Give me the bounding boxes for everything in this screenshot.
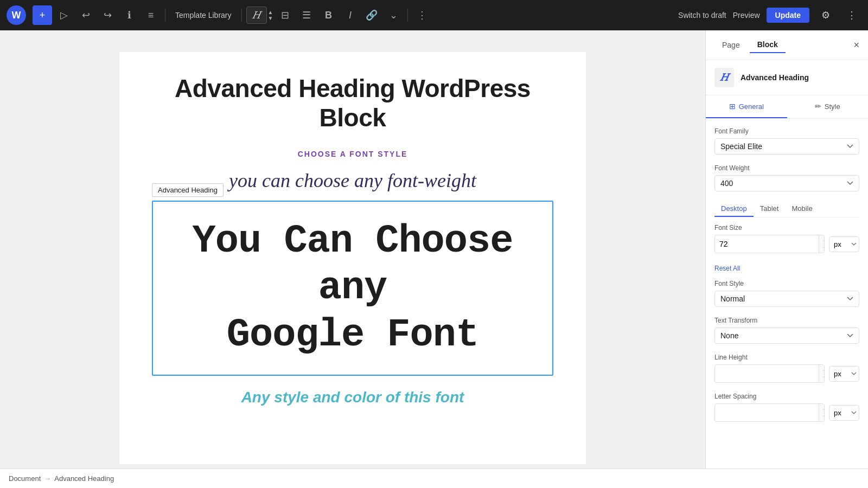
align-left-icon: ⊟ [281,9,289,21]
bold-icon: B [325,10,332,21]
editor-canvas: Advanced Heading WordPress Block CHOOSE … [119,52,586,464]
divider2 [241,9,242,22]
breadcrumb-current[interactable]: Advanced Heading [54,474,114,483]
line-height-input[interactable] [715,366,819,381]
line-height-label: Line Height [714,354,859,361]
line-height-row: ▲ ▼ px em rem [714,364,859,383]
font-weight-label: Font Weight [714,164,859,172]
divider1 [165,9,165,22]
close-sidebar-button[interactable]: × [853,40,859,51]
line-height-unit-select[interactable]: px em rem [829,366,859,382]
list-view-button[interactable]: ≡ [141,5,161,25]
sidebar-tab-group: Page Block [714,37,786,53]
italic-icon: I [349,10,352,21]
preview-button[interactable]: Preview [733,11,760,20]
tools-button[interactable]: ▷ [54,5,74,25]
letter-spacing-row: ▲ ▼ px em rem [714,403,859,422]
template-library-label: Template Library [175,11,232,20]
device-tabs: Desktop Tablet Mobile [714,201,859,217]
format-arrows[interactable]: ▲ ▼ [268,9,273,21]
reset-all-link[interactable]: Reset All [714,265,740,272]
font-size-decrease[interactable]: ▼ [819,244,825,253]
text-transform-select[interactable]: None Uppercase Lowercase Capitalize [714,328,859,344]
font-family-field: Font Family Special Elite Default Open S… [714,127,859,155]
block-type-icon: 𝐻 [714,68,734,87]
tab-page[interactable]: Page [714,37,748,53]
toolbar-right: Switch to draft Preview Update ⚙ ⋮ [678,5,861,25]
redo-button[interactable]: ↪ [98,5,117,25]
block-type-name: Advanced Heading [741,73,809,82]
font-size-label: Font Size [714,224,859,232]
letter-spacing-spinners: ▲ ▼ [819,404,825,421]
font-style-label: Font Style [714,280,859,287]
device-tab-mobile[interactable]: Mobile [785,201,819,217]
font-size-increase[interactable]: ▲ [819,235,825,244]
info-button[interactable]: ℹ [119,5,139,25]
text-transform-label: Text Transform [714,317,859,324]
heading-format-button[interactable]: 𝐻 [246,7,267,24]
list-icon: ≡ [148,10,154,21]
more-formats-button[interactable]: ⌄ [384,5,403,25]
tab-block[interactable]: Block [750,37,786,53]
wp-logo[interactable]: W [7,5,26,25]
font-size-unit-select[interactable]: px em rem % vw [829,236,859,252]
font-size-input-wrap: ▲ ▼ [714,235,825,253]
divider3 [407,9,408,22]
font-size-input[interactable] [715,236,819,252]
italic-button[interactable]: I [340,5,360,25]
font-weight-demo: you can choose any font-weight [229,169,476,192]
choose-font-label: CHOOSE A FONT STYLE [298,150,408,158]
block-content-box[interactable]: You Can Choose any Google Font [152,201,553,376]
editor-area: Advanced Heading WordPress Block CHOOSE … [0,30,705,468]
device-tab-desktop[interactable]: Desktop [714,201,754,217]
align-left-button[interactable]: ⊟ [275,5,295,25]
block-heading-text[interactable]: You Can Choose any Google Font [164,218,541,358]
more-options-button[interactable]: ⋮ [842,5,861,25]
toolbar: W + ▷ ↩ ↪ ℹ ≡ Template Library 𝐻 ▲ ▼ ⊟ ☰… [0,0,868,30]
font-size-row: ▲ ▼ px em rem % vw [714,235,859,253]
breadcrumb-document[interactable]: Document [9,474,41,483]
options-button[interactable]: ⋮ [412,5,432,25]
main-area: Advanced Heading WordPress Block CHOOSE … [0,30,868,468]
update-button[interactable]: Update [767,8,809,23]
cursor-icon: ▷ [60,9,68,21]
main-page-title[interactable]: Advanced Heading WordPress Block [152,74,553,132]
font-family-select[interactable]: Special Elite Default Open Sans Roboto L… [714,138,859,155]
any-style-text: Any style and color of this font [241,389,464,406]
link-icon: 🔗 [366,9,378,21]
font-size-field: Font Size ▲ ▼ px em rem % vw [714,224,859,253]
settings-button[interactable]: ⚙ [816,5,835,25]
device-tab-tablet[interactable]: Tablet [754,201,786,217]
undo-button[interactable]: ↩ [76,5,95,25]
font-size-spinners: ▲ ▼ [819,235,825,253]
breadcrumb-separator: → [44,474,51,483]
gear-icon: ⚙ [821,9,830,21]
letter-spacing-label: Letter Spacing [714,393,859,400]
line-height-decrease[interactable]: ▼ [819,374,825,382]
link-button[interactable]: 🔗 [362,5,381,25]
letter-spacing-input[interactable] [715,405,819,420]
font-weight-select[interactable]: 100 200 300 400 500 600 700 800 900 [714,175,859,191]
general-grid-icon: ⊞ [729,102,736,111]
text-transform-field: Text Transform None Uppercase Lowercase … [714,317,859,344]
template-library-button[interactable]: Template Library [170,11,237,20]
subtab-style[interactable]: ✏ Style [787,95,869,118]
letter-spacing-decrease[interactable]: ▼ [819,413,825,421]
sidebar: Page Block × 𝐻 Advanced Heading ⊞ Genera… [705,30,868,468]
bold-button[interactable]: B [318,5,338,25]
switch-draft-button[interactable]: Switch to draft [678,11,726,20]
block-label: Advanced Heading [152,183,224,197]
add-block-button[interactable]: + [33,5,52,25]
breadcrumb: Document → Advanced Heading [0,468,868,488]
font-style-select[interactable]: Normal Italic Oblique [714,291,859,307]
align-center-button[interactable]: ☰ [297,5,316,25]
redo-icon: ↪ [104,9,112,21]
block-container: Advanced Heading You Can Choose any Goog… [152,201,553,376]
style-brush-icon: ✏ [815,102,821,111]
font-weight-field: Font Weight 100 200 300 400 500 600 700 … [714,164,859,191]
subtab-general[interactable]: ⊞ General [706,95,787,118]
letter-spacing-increase[interactable]: ▲ [819,404,825,413]
line-height-increase[interactable]: ▲ [819,365,825,374]
plus-icon: + [40,10,46,21]
letter-spacing-unit-select[interactable]: px em rem [829,405,859,421]
